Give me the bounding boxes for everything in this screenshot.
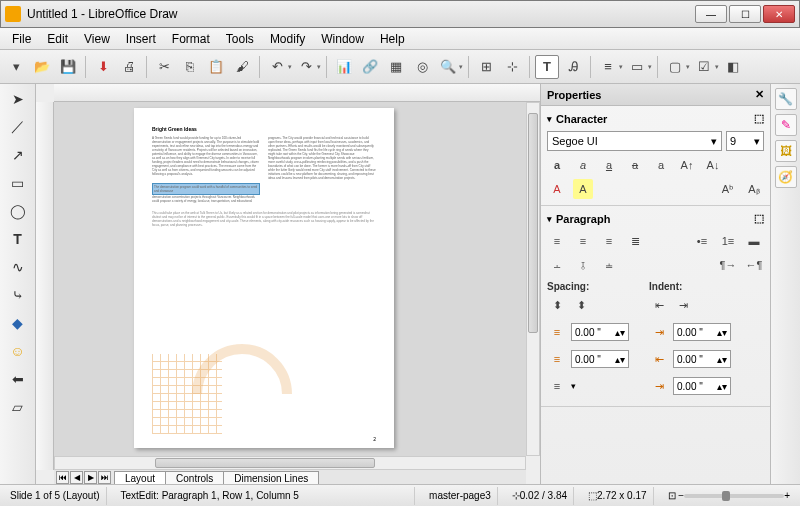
cut-icon[interactable]: ✂	[152, 55, 176, 79]
bullets-icon[interactable]: •≡	[692, 231, 712, 251]
tab-dimension[interactable]: Dimension Lines	[223, 471, 319, 484]
align-icon[interactable]: ≡	[596, 55, 620, 79]
status-master[interactable]: master-page3	[423, 487, 498, 505]
chart-icon[interactable]: 📊	[332, 55, 356, 79]
font-size-select[interactable]: 9▾	[726, 131, 764, 151]
zoom-in-icon[interactable]: +	[784, 490, 790, 501]
align-center-icon[interactable]: ≡	[573, 231, 593, 251]
indent-after-icon[interactable]: ⇤	[649, 349, 669, 369]
page[interactable]: Bright Green Ideas A Green Seeds fund wo…	[134, 108, 394, 448]
menu-format[interactable]: Format	[164, 30, 218, 48]
canvas[interactable]: Bright Green Ideas A Green Seeds fund wo…	[54, 102, 526, 456]
space-below-icon[interactable]: ≡	[547, 349, 567, 369]
menu-insert[interactable]: Insert	[118, 30, 164, 48]
close-button[interactable]: ✕	[763, 5, 795, 23]
space-below-input[interactable]: 0.00 "▴▾	[571, 350, 629, 368]
dec-spacing-icon[interactable]: ⬍	[571, 295, 591, 315]
rect-tool-icon[interactable]: ▭	[7, 172, 29, 194]
navigator-tab-icon[interactable]: 🧭	[775, 166, 797, 188]
block-arrows-icon[interactable]: ⬅	[7, 368, 29, 390]
rtl-icon[interactable]: ←¶	[744, 255, 764, 275]
paste-icon[interactable]: 📋	[204, 55, 228, 79]
menu-file[interactable]: File	[4, 30, 39, 48]
indent-before-input[interactable]: 0.00 "▴▾	[673, 323, 731, 341]
highlight-icon[interactable]: A	[573, 179, 593, 199]
extrusion-icon[interactable]: ◧	[721, 55, 745, 79]
curve-tool-icon[interactable]: ∿	[7, 256, 29, 278]
zoom-slider[interactable]	[684, 494, 784, 498]
indent-first-icon[interactable]: ⇥	[649, 376, 669, 396]
new-doc-icon[interactable]: ▾	[4, 55, 28, 79]
zoom-fit-icon[interactable]: ⊡	[668, 490, 676, 501]
gallery-tab-icon[interactable]: 🖼	[775, 140, 797, 162]
properties-tab-icon[interactable]: 🔧	[775, 88, 797, 110]
align-right-icon[interactable]: ≡	[599, 231, 619, 251]
valign-mid-icon[interactable]: ⫱	[573, 255, 593, 275]
table-icon[interactable]: ▦	[384, 55, 408, 79]
horizontal-scrollbar[interactable]	[54, 456, 526, 470]
grid-icon[interactable]: ⊞	[474, 55, 498, 79]
menu-modify[interactable]: Modify	[262, 30, 313, 48]
undo-icon[interactable]: ↶	[265, 55, 289, 79]
connector-tool-icon[interactable]: ⤷	[7, 284, 29, 306]
maximize-button[interactable]: ☐	[729, 5, 761, 23]
shrink-font-icon[interactable]: A↓	[703, 155, 723, 175]
space-above-icon[interactable]: ≡	[547, 322, 567, 342]
vertical-scrollbar[interactable]	[526, 102, 540, 456]
tab-first-icon[interactable]: ⏮	[56, 471, 69, 484]
tab-last-icon[interactable]: ⏭	[98, 471, 111, 484]
arrow-tool-icon[interactable]: ↗	[7, 144, 29, 166]
dec-indent-icon[interactable]: ⇤	[649, 295, 669, 315]
arrange-icon[interactable]: ▭	[625, 55, 649, 79]
tab-layout[interactable]: Layout	[114, 471, 166, 484]
line-spacing-icon[interactable]: ≡	[547, 376, 567, 396]
align-left-icon[interactable]: ≡	[547, 231, 567, 251]
inc-indent-icon[interactable]: ⇥	[673, 295, 693, 315]
character-title[interactable]: Character⬚	[547, 112, 764, 125]
selected-text[interactable]: The demonstration program could work wit…	[152, 183, 260, 195]
space-above-input[interactable]: 0.00 "▴▾	[571, 323, 629, 341]
export-pdf-icon[interactable]: ⬇	[91, 55, 115, 79]
tab-next-icon[interactable]: ▶	[84, 471, 97, 484]
styles-tab-icon[interactable]: ✎	[775, 114, 797, 136]
controls-icon[interactable]: ☑	[692, 55, 716, 79]
print-icon[interactable]: 🖨	[117, 55, 141, 79]
paragraph-title[interactable]: Paragraph⬚	[547, 212, 764, 225]
copy-icon[interactable]: ⎘	[178, 55, 202, 79]
numbering-icon[interactable]: 1≡	[718, 231, 738, 251]
indent-after-input[interactable]: 0.00 "▴▾	[673, 350, 731, 368]
helplines-icon[interactable]: ⊹	[500, 55, 524, 79]
tab-controls[interactable]: Controls	[165, 471, 224, 484]
selection-tool-icon[interactable]: ➤	[7, 88, 29, 110]
indent-before-icon[interactable]: ⇥	[649, 322, 669, 342]
menu-help[interactable]: Help	[372, 30, 413, 48]
navigator-icon[interactable]: ◎	[410, 55, 434, 79]
bold-icon[interactable]: a	[547, 155, 567, 175]
font-color-icon[interactable]: A	[547, 179, 567, 199]
underline-icon[interactable]: a	[599, 155, 619, 175]
open-icon[interactable]: 📂	[30, 55, 54, 79]
grow-font-icon[interactable]: A↑	[677, 155, 697, 175]
vertical-ruler[interactable]	[36, 102, 54, 470]
font-name-select[interactable]: Segoe UI▾	[547, 131, 722, 151]
save-icon[interactable]: 💾	[56, 55, 80, 79]
horizontal-ruler[interactable]	[54, 84, 540, 102]
align-justify-icon[interactable]: ≣	[625, 231, 645, 251]
ltr-icon[interactable]: ¶→	[718, 255, 738, 275]
properties-close-icon[interactable]: ✕	[755, 88, 764, 101]
basic-shapes-icon[interactable]: ◆	[7, 312, 29, 334]
menu-view[interactable]: View	[76, 30, 118, 48]
minimize-button[interactable]: —	[695, 5, 727, 23]
tab-prev-icon[interactable]: ◀	[70, 471, 83, 484]
menu-edit[interactable]: Edit	[39, 30, 76, 48]
symbol-shapes-icon[interactable]: ☺	[7, 340, 29, 362]
textbox-icon[interactable]: T	[535, 55, 559, 79]
ellipse-tool-icon[interactable]: ◯	[7, 200, 29, 222]
italic-icon[interactable]: a	[573, 155, 593, 175]
zoom-icon[interactable]: 🔍	[436, 55, 460, 79]
subscript-icon[interactable]: Aᵦ	[744, 179, 764, 199]
flowchart-icon[interactable]: ▱	[7, 396, 29, 418]
insert-icon[interactable]: ▢	[663, 55, 687, 79]
bg-color-icon[interactable]: ▬	[744, 231, 764, 251]
format-paint-icon[interactable]: 🖌	[230, 55, 254, 79]
